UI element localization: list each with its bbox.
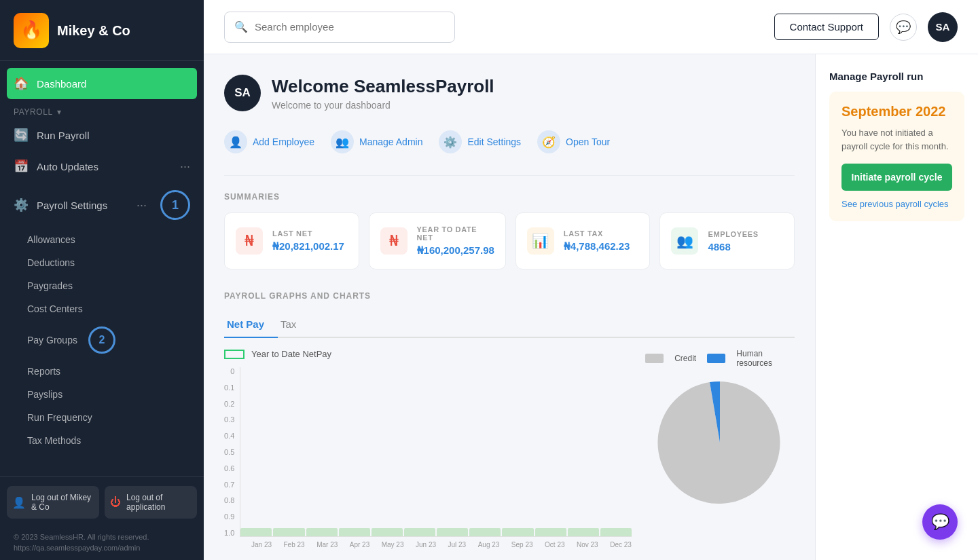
- summary-employees: 👥 EMPLOYEES 4868: [659, 212, 795, 269]
- brand-name: Mikey & Co: [57, 22, 130, 39]
- open-tour-icon: 🧭: [537, 130, 560, 153]
- sidebar-item-run-payroll[interactable]: 🔄 Run Payroll: [0, 119, 204, 151]
- search-box[interactable]: 🔍: [224, 12, 455, 43]
- bar-feb: [273, 528, 304, 536]
- bar-may: [372, 528, 403, 536]
- credit-label: Credit: [674, 354, 696, 363]
- sidebar-item-paygrades[interactable]: Paygrades: [0, 274, 204, 297]
- payroll-section-title[interactable]: PAYROLL ▾: [0, 99, 204, 119]
- payroll-description: You have not initiated a payroll cycle f…: [841, 126, 952, 153]
- pie-chart-svg: [652, 375, 788, 510]
- sidebar-item-auto-updates[interactable]: 📅 Auto Updates ···: [0, 151, 204, 182]
- bars-area: [240, 367, 632, 537]
- last-tax-label: LAST TAX: [564, 229, 630, 238]
- x-axis: Jan 23 Feb 23 Mar 23 Apr 23 May 23 Jun 2…: [224, 537, 632, 548]
- bar-nov: [568, 528, 599, 536]
- sidebar-item-run-frequency[interactable]: Run Frequency: [0, 406, 204, 429]
- summary-last-tax: 📊 LAST TAX ₦4,788,462.23: [515, 212, 651, 269]
- welcome-avatar: SA: [224, 75, 261, 111]
- sidebar: 🔥 Mikey & Co 🏠 Dashboard PAYROLL ▾ 🔄 Run…: [0, 0, 204, 560]
- run-payroll-icon: 🔄: [14, 128, 29, 143]
- logout-company-icon: 👤: [12, 496, 26, 509]
- see-previous-cycles-link[interactable]: See previous payroll cycles: [841, 199, 952, 209]
- y-axis: 1.0 0.9 0.8 0.7 0.6 0.5 0.4 0.3 0.2 0.1: [224, 367, 240, 537]
- run-payroll-label: Run Payroll: [37, 130, 90, 141]
- initiate-payroll-button[interactable]: Initiate payroll cycle: [841, 164, 952, 191]
- summaries-grid: ₦ LAST NET ₦20,821,002.17 ₦ YEAR TO DATE…: [224, 212, 795, 269]
- logout-company-button[interactable]: 👤 Log out of Mikey & Co: [7, 486, 99, 519]
- last-tax-value: ₦4,788,462.23: [564, 240, 630, 253]
- edit-settings-label: Edit Settings: [467, 136, 521, 147]
- payroll-settings-ellipsis: ···: [137, 198, 147, 212]
- sidebar-item-allowances[interactable]: Allowances: [0, 228, 204, 251]
- hr-legend: [707, 354, 725, 363]
- legend-box: [224, 350, 244, 359]
- summaries-title: SUMMARIES: [224, 192, 795, 202]
- dashboard-label: Dashboard: [37, 78, 86, 90]
- legend-label: Year to Date NetPay: [251, 349, 331, 359]
- pie-chart-container: Credit Human resources: [645, 349, 795, 548]
- pie-legend: Credit Human resources: [645, 349, 795, 368]
- power-icon: ⏻: [110, 496, 121, 508]
- home-icon: 🏠: [14, 76, 29, 91]
- sidebar-item-payroll-settings[interactable]: ⚙️ Payroll Settings ··· 1: [0, 182, 204, 228]
- topbar-avatar[interactable]: SA: [928, 12, 958, 42]
- badge-1: 1: [160, 190, 190, 220]
- add-employee-action[interactable]: 👤 Add Employee: [224, 130, 314, 153]
- logout-app-button[interactable]: ⏻ Log out of application: [105, 486, 197, 519]
- manage-admin-icon: 👥: [331, 130, 354, 153]
- manage-admin-label: Manage Admin: [359, 136, 422, 147]
- employees-icon: 👥: [671, 227, 698, 255]
- brand-logo: 🔥: [14, 13, 49, 48]
- last-net-label: LAST NET: [272, 229, 344, 238]
- tab-tax[interactable]: Tax: [278, 312, 310, 337]
- welcome-text: Welcome SeamlessPayroll Welcome to your …: [272, 76, 494, 111]
- settings-icon: ⚙️: [14, 198, 29, 212]
- add-employee-label: Add Employee: [253, 136, 314, 147]
- manage-payroll-title: Manage Payroll run: [829, 71, 964, 82]
- welcome-subtitle: Welcome to your dashboard: [272, 100, 494, 111]
- open-tour-action[interactable]: 🧭 Open Tour: [537, 130, 610, 153]
- sidebar-item-dashboard[interactable]: 🏠 Dashboard: [7, 68, 197, 99]
- chat-fab-button[interactable]: 💬: [922, 504, 958, 540]
- welcome-title: Welcome SeamlessPayroll: [272, 76, 494, 97]
- search-input[interactable]: [255, 21, 445, 33]
- sidebar-item-tax-methods[interactable]: Tax Methods: [0, 429, 204, 452]
- bar-jun: [404, 528, 435, 536]
- bar-chart-container: Year to Date NetPay 1.0 0.9 0.8 0.7 0.6 …: [224, 349, 632, 548]
- last-net-value: ₦20,821,002.17: [272, 240, 344, 253]
- sidebar-nav: 🏠 Dashboard PAYROLL ▾ 🔄 Run Payroll 📅 Au…: [0, 61, 204, 476]
- content-main: SA Welcome SeamlessPayroll Welcome to yo…: [204, 54, 815, 560]
- main-area: 🔍 Contact Support 💬 SA SA Welcome Seamle…: [204, 0, 978, 560]
- chart-tabs: Net Pay Tax: [224, 312, 795, 338]
- right-panel: Manage Payroll run September 2022 You ha…: [815, 54, 978, 560]
- summary-last-net: ₦ LAST NET ₦20,821,002.17: [224, 212, 359, 269]
- last-net-icon: ₦: [236, 227, 263, 255]
- sidebar-item-reports[interactable]: Reports: [0, 360, 204, 383]
- sidebar-item-deductions[interactable]: Deductions: [0, 251, 204, 274]
- credit-legend: [645, 354, 664, 363]
- auto-updates-label: Auto Updates: [37, 161, 98, 172]
- ytd-net-label: YEAR TO DATE NET: [417, 225, 494, 242]
- sidebar-item-pay-groups[interactable]: Pay Groups 2: [0, 320, 204, 360]
- sidebar-item-cost-centers[interactable]: Cost Centers: [0, 297, 204, 320]
- last-tax-icon: 📊: [527, 227, 554, 255]
- chat-icon[interactable]: 💬: [890, 14, 917, 41]
- sidebar-footer: 👤 Log out of Mikey & Co ⏻ Log out of app…: [0, 476, 204, 528]
- add-employee-icon: 👤: [224, 130, 247, 153]
- bar-dec: [600, 528, 632, 536]
- bar-jul: [437, 528, 468, 536]
- topbar: 🔍 Contact Support 💬 SA: [204, 0, 978, 54]
- contact-support-button[interactable]: Contact Support: [774, 14, 879, 40]
- sidebar-item-payslips[interactable]: Payslips: [0, 383, 204, 406]
- quick-actions: 👤 Add Employee 👥 Manage Admin ⚙️ Edit Se…: [224, 130, 795, 153]
- edit-settings-icon: ⚙️: [439, 130, 462, 153]
- payroll-month: September 2022: [841, 104, 952, 119]
- tab-net-pay[interactable]: Net Pay: [224, 312, 278, 338]
- search-icon: 🔍: [234, 20, 248, 33]
- chart-legend: Year to Date NetPay: [224, 349, 632, 359]
- edit-settings-action[interactable]: ⚙️ Edit Settings: [439, 130, 521, 153]
- manage-admin-action[interactable]: 👥 Manage Admin: [331, 130, 422, 153]
- copyright-text: © 2023 SeamlessHR. All rights reserved. …: [0, 528, 204, 560]
- open-tour-label: Open Tour: [566, 136, 610, 147]
